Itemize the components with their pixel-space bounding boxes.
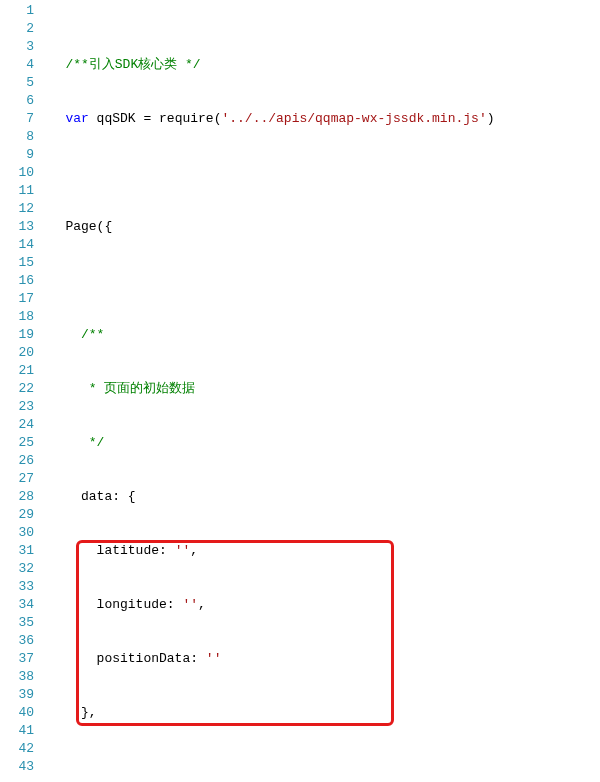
line-number: 27 xyxy=(0,470,34,488)
code-punc: , xyxy=(198,597,206,612)
code-line xyxy=(42,758,600,776)
line-number: 11 xyxy=(0,182,34,200)
line-number: 13 xyxy=(0,218,34,236)
code-punc: }, xyxy=(81,705,97,720)
line-number: 20 xyxy=(0,344,34,362)
code-line xyxy=(42,272,600,290)
code-text: longitude: xyxy=(97,597,183,612)
line-number: 22 xyxy=(0,380,34,398)
line-number: 25 xyxy=(0,434,34,452)
code-line: data: { xyxy=(42,488,600,506)
line-number: 39 xyxy=(0,686,34,704)
code-line: latitude: '', xyxy=(42,542,600,560)
line-number: 16 xyxy=(0,272,34,290)
line-number: 38 xyxy=(0,668,34,686)
code-area: /**引入SDK核心类 */ var qqSDK = require('../.… xyxy=(42,2,600,782)
line-number: 3 xyxy=(0,38,34,56)
line-number: 24 xyxy=(0,416,34,434)
code-line: /** xyxy=(42,326,600,344)
code-line xyxy=(42,164,600,182)
line-number: 23 xyxy=(0,398,34,416)
string-literal: '../../apis/qqmap-wx-jssdk.min.js' xyxy=(221,111,486,126)
code-punc: ) xyxy=(487,111,495,126)
code-line: Page({ xyxy=(42,218,600,236)
string-literal: '' xyxy=(206,651,222,666)
line-number: 32 xyxy=(0,560,34,578)
line-number: 35 xyxy=(0,614,34,632)
line-number: 5 xyxy=(0,74,34,92)
keyword-var: var xyxy=(65,111,88,126)
code-text: data: { xyxy=(81,489,136,504)
code-line: longitude: '', xyxy=(42,596,600,614)
line-number: 21 xyxy=(0,362,34,380)
comment: * 页面的初始数据 xyxy=(81,381,195,396)
line-gutter: 1234567891011121314151617181920212223242… xyxy=(0,2,42,782)
code-punc: , xyxy=(190,543,198,558)
highlight-annotation xyxy=(76,540,394,726)
line-number: 4 xyxy=(0,56,34,74)
code-editor: 1234567891011121314151617181920212223242… xyxy=(0,0,600,782)
line-number: 19 xyxy=(0,326,34,344)
code-line: /**引入SDK核心类 */ xyxy=(42,56,600,74)
string-literal: '' xyxy=(175,543,191,558)
comment: */ xyxy=(81,435,104,450)
line-number: 2 xyxy=(0,20,34,38)
code-line: * 页面的初始数据 xyxy=(42,380,600,398)
comment: /** xyxy=(81,327,104,342)
line-number: 1 xyxy=(0,2,34,20)
line-number: 26 xyxy=(0,452,34,470)
code-text: qqSDK = require( xyxy=(89,111,222,126)
line-number: 12 xyxy=(0,200,34,218)
code-text: latitude: xyxy=(97,543,175,558)
line-number: 30 xyxy=(0,524,34,542)
line-number: 7 xyxy=(0,110,34,128)
code-line: var qqSDK = require('../../apis/qqmap-wx… xyxy=(42,110,600,128)
line-number: 29 xyxy=(0,506,34,524)
code-line: */ xyxy=(42,434,600,452)
code-text: positionData: xyxy=(97,651,206,666)
line-number: 33 xyxy=(0,578,34,596)
line-number: 34 xyxy=(0,596,34,614)
line-number: 31 xyxy=(0,542,34,560)
line-number: 36 xyxy=(0,632,34,650)
code-line: }, xyxy=(42,704,600,722)
line-number: 8 xyxy=(0,128,34,146)
line-number: 28 xyxy=(0,488,34,506)
line-number: 41 xyxy=(0,722,34,740)
line-number: 42 xyxy=(0,740,34,758)
string-literal: '' xyxy=(182,597,198,612)
line-number: 37 xyxy=(0,650,34,668)
code-text: Page({ xyxy=(65,219,112,234)
line-number: 15 xyxy=(0,254,34,272)
comment: /**引入SDK核心类 */ xyxy=(65,57,200,72)
line-number: 10 xyxy=(0,164,34,182)
line-number: 14 xyxy=(0,236,34,254)
line-number: 18 xyxy=(0,308,34,326)
line-number: 43 xyxy=(0,758,34,776)
line-number: 17 xyxy=(0,290,34,308)
line-number: 9 xyxy=(0,146,34,164)
line-number: 40 xyxy=(0,704,34,722)
line-number: 6 xyxy=(0,92,34,110)
code-line: positionData: '' xyxy=(42,650,600,668)
